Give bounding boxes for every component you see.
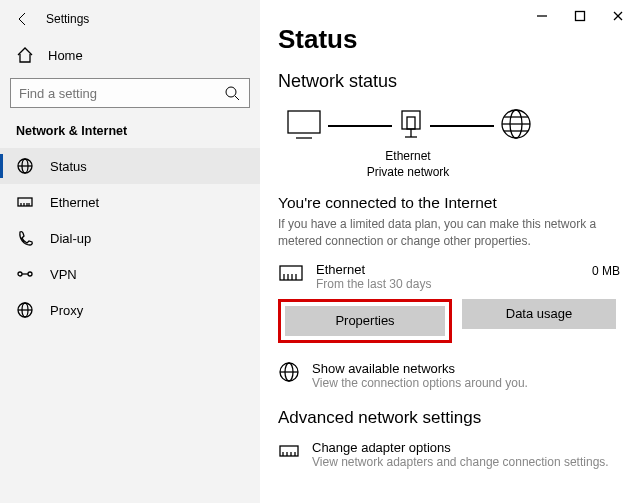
ethernet-icon (278, 262, 304, 289)
maximize-button[interactable] (562, 6, 598, 26)
adapter-sub: View network adapters and change connect… (312, 455, 609, 469)
connection-sub: From the last 30 days (316, 277, 580, 291)
app-title: Settings (46, 12, 89, 26)
adapter-icon (278, 440, 300, 465)
sidebar-item-label: Dial-up (50, 231, 91, 246)
search-row (10, 78, 250, 108)
sidebar-item-ethernet[interactable]: Ethernet (0, 184, 260, 220)
network-diagram (278, 106, 620, 145)
main-content: Status Network status Ethernet Private n… (260, 0, 640, 503)
vpn-icon (16, 265, 34, 283)
phone-icon (16, 229, 34, 247)
sidebar-item-status[interactable]: Status (0, 148, 260, 184)
data-usage-button[interactable]: Data usage (462, 299, 616, 329)
sidebar-item-label: Status (50, 159, 87, 174)
ethernet-icon (16, 193, 34, 211)
search-input[interactable] (19, 86, 223, 101)
search-box[interactable] (10, 78, 250, 108)
sidebar-home[interactable]: Home (0, 38, 260, 72)
svg-rect-1 (576, 12, 585, 21)
back-icon[interactable] (14, 10, 32, 28)
svg-rect-9 (18, 198, 32, 206)
sidebar-home-label: Home (48, 48, 83, 63)
button-row: Properties Data usage (278, 299, 620, 343)
svg-rect-23 (407, 117, 415, 129)
adapter-title: Change adapter options (312, 440, 609, 455)
titlebar: Settings (0, 4, 260, 38)
available-networks-row[interactable]: Show available networks View the connect… (278, 361, 620, 390)
search-icon (223, 84, 241, 102)
close-button[interactable] (600, 6, 636, 26)
properties-button[interactable]: Properties (285, 306, 445, 336)
svg-rect-20 (288, 111, 320, 133)
connection-name: Ethernet (316, 262, 580, 277)
available-networks-title: Show available networks (312, 361, 528, 376)
advanced-title: Advanced network settings (278, 408, 620, 428)
window-controls (524, 6, 636, 26)
home-icon (16, 46, 34, 64)
sidebar-item-label: VPN (50, 267, 77, 282)
adapter-options-row[interactable]: Change adapter options View network adap… (278, 440, 620, 469)
globe-icon (16, 157, 34, 175)
pc-icon (284, 107, 324, 144)
internet-icon (498, 106, 534, 145)
sidebar-item-label: Ethernet (50, 195, 99, 210)
sidebar-item-vpn[interactable]: VPN (0, 256, 260, 292)
sidebar-item-dialup[interactable]: Dial-up (0, 220, 260, 256)
svg-point-14 (18, 272, 22, 276)
page-title: Status (278, 24, 620, 55)
connection-usage: 0 MB (592, 262, 620, 278)
sidebar-item-label: Proxy (50, 303, 83, 318)
section-title: Network status (278, 71, 620, 92)
connected-desc: If you have a limited data plan, you can… (278, 216, 608, 250)
connection-row: Ethernet From the last 30 days 0 MB (278, 262, 620, 291)
sidebar-group-title: Network & Internet (0, 118, 260, 148)
svg-point-15 (28, 272, 32, 276)
sidebar: Settings Home Network & Internet Status … (0, 0, 260, 503)
connected-title: You're connected to the Internet (278, 194, 620, 212)
diagram-caption: Ethernet Private network (278, 149, 538, 180)
svg-rect-22 (402, 111, 420, 129)
router-icon (396, 107, 426, 144)
available-networks-sub: View the connection options around you. (312, 376, 528, 390)
svg-point-4 (226, 87, 236, 97)
minimize-button[interactable] (524, 6, 560, 26)
proxy-icon (16, 301, 34, 319)
svg-rect-31 (280, 266, 302, 280)
globe-icon (278, 361, 300, 386)
sidebar-item-proxy[interactable]: Proxy (0, 292, 260, 328)
properties-highlight: Properties (278, 299, 452, 343)
svg-line-5 (235, 96, 239, 100)
